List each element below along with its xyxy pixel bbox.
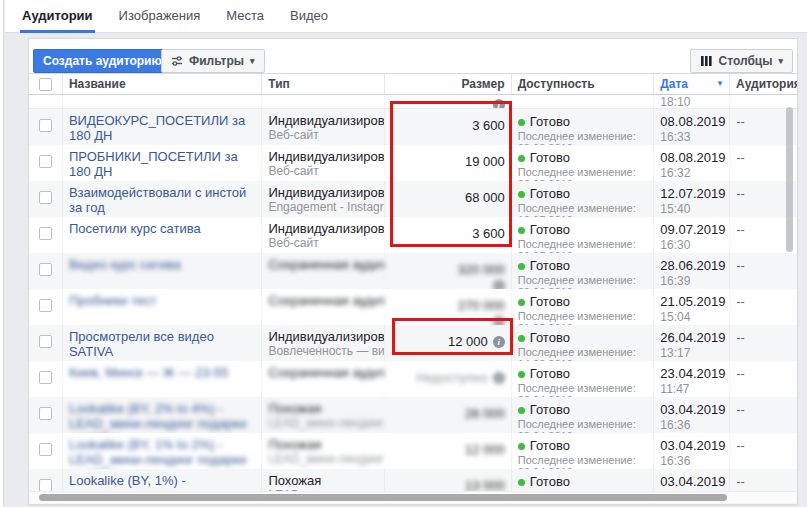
audience-type: Похожая xyxy=(268,401,378,416)
row-availability-cell: Готово Последнее изменение: 28.06.2019 xyxy=(512,253,655,289)
status-label: Готово xyxy=(530,294,570,310)
horizontal-scrollbar-thumb[interactable] xyxy=(39,494,727,501)
toolbar: Создать аудиторию ▾ Фильтры ▾ Столбцы ▾ xyxy=(29,39,797,73)
table-row: Киев, Минск — Ж — 23-55 Сохраненная ауди… xyxy=(29,361,797,397)
chevron-down-icon: ▾ xyxy=(250,56,255,66)
status-ready-icon xyxy=(518,191,525,198)
info-icon[interactable]: i xyxy=(493,280,505,289)
audience-name-link[interactable]: ВИДЕОКУРС_ПОСЕТИЛИ за 180 ДН xyxy=(69,113,255,143)
status-label: Готово xyxy=(530,330,570,346)
audience-column-value: -- xyxy=(736,257,791,274)
partial-row-checkbox-cell xyxy=(29,95,63,108)
row-checkbox[interactable] xyxy=(39,443,52,456)
table-row: Пробники тест Сохраненная аудитория 270 … xyxy=(29,289,797,325)
row-date-cell: 03.04.2019 16:36 xyxy=(654,433,730,469)
audience-name-link[interactable]: Посетили курс сатива xyxy=(69,221,201,236)
status-label: Готово xyxy=(530,114,570,130)
created-time: 15:40 xyxy=(660,202,723,216)
row-type-cell: Индивидуализированная ... Вовлеченность … xyxy=(262,325,385,361)
audience-name-link[interactable]: Киев, Минск — Ж — 23-55 xyxy=(69,365,228,380)
table-header: Название Тип Размер Доступность Дата ▼ А… xyxy=(29,73,797,95)
audience-name-link[interactable]: Просмотрели все видео SATIVA xyxy=(69,329,255,359)
row-size-cell: 320 000 i i xyxy=(385,253,512,289)
row-checkbox[interactable] xyxy=(39,335,52,348)
audience-name-link[interactable]: ПРОБНИКИ_ПОСЕТИЛИ за 180 ДН xyxy=(69,149,255,179)
row-name-cell: Просмотрели все видео SATIVA xyxy=(63,325,262,361)
header-availability[interactable]: Доступность xyxy=(512,74,655,94)
header-type[interactable]: Тип xyxy=(262,74,385,94)
created-date: 03.04.2019 xyxy=(660,401,723,418)
status-note: Последнее изменение: xyxy=(518,166,648,178)
row-availability-cell: Готово Последнее изменение: 08.08.2019 xyxy=(512,109,655,145)
sort-descending-icon: ▼ xyxy=(716,79,724,88)
row-checkbox[interactable] xyxy=(39,119,52,132)
created-time: 15:04 xyxy=(660,310,723,324)
row-checkbox[interactable] xyxy=(39,263,52,276)
audience-size: 320 000 xyxy=(458,262,505,277)
status-note: Последнее изменение: xyxy=(518,346,648,358)
filters-button[interactable]: Фильтры ▾ xyxy=(161,49,265,73)
tab-videos[interactable]: Видео xyxy=(288,0,330,33)
created-time: 11:47 xyxy=(660,382,723,396)
audience-subtype: LEAD_мини-лендинг пробни... xyxy=(268,416,378,430)
chevron-down-icon: ▾ xyxy=(778,56,783,66)
audience-type: Индивидуализированная ... xyxy=(268,329,378,344)
audience-type: Индивидуализированная ... xyxy=(268,185,378,200)
status-note: Последнее изменение: xyxy=(518,130,648,142)
create-audience-button[interactable]: Создать аудиторию ▾ xyxy=(33,49,182,73)
audience-name-link[interactable]: Пробники тест xyxy=(69,293,157,308)
created-date: 08.08.2019 xyxy=(660,113,723,130)
row-type-cell: Сохраненная аудитория xyxy=(262,289,385,325)
row-date-cell: 21.05.2019 15:04 xyxy=(654,289,730,325)
audience-column-value: -- xyxy=(736,473,791,490)
horizontal-scrollbar[interactable] xyxy=(30,491,796,503)
header-date[interactable]: Дата ▼ xyxy=(654,74,730,94)
audience-name-link[interactable]: Lookalike (BY, 1% to 2%) - LEAD_мини-лен… xyxy=(69,437,255,469)
audience-name-link[interactable]: Lookalike (BY, 2% to 4%) - LEAD_мини-лен… xyxy=(69,401,255,433)
audience-name-link[interactable]: Видео курс сатива xyxy=(69,257,181,272)
info-icon[interactable]: i xyxy=(493,99,505,108)
header-name[interactable]: Название xyxy=(63,74,262,94)
row-type-cell: Похожая LEAD_мини-лендинг пробни... xyxy=(262,433,385,469)
row-checkbox[interactable] xyxy=(39,371,52,384)
status-label: Готово xyxy=(530,258,570,274)
audience-name-link[interactable]: Взаимодействовали с инстой за год xyxy=(69,185,255,215)
tab-places[interactable]: Места xyxy=(224,0,266,33)
row-name-cell: Киев, Минск — Ж — 23-55 xyxy=(63,361,262,397)
table-row: Посетили курс сатива Индивидуализированн… xyxy=(29,217,797,253)
vertical-scrollbar-thumb[interactable] xyxy=(786,107,793,252)
row-checkbox[interactable] xyxy=(39,407,52,420)
left-panel-edge xyxy=(0,0,4,507)
row-date-cell: 03.04.2019 16:36 xyxy=(654,397,730,433)
row-size-cell: 12 000 i i xyxy=(385,325,512,361)
row-checkbox[interactable] xyxy=(39,191,52,204)
audience-type: Индивидуализированная ... xyxy=(268,113,378,128)
info-icon[interactable]: i xyxy=(493,316,505,325)
tab-images[interactable]: Изображения xyxy=(117,0,203,33)
status-label: Готово xyxy=(530,186,570,202)
header-size[interactable]: Размер xyxy=(385,74,512,94)
audience-type: Индивидуализированная ... xyxy=(268,221,378,236)
row-availability-cell: Готово Последнее изменение: 03.04.2019 xyxy=(512,433,655,469)
row-audience-cell: -- xyxy=(730,253,797,289)
audience-size: 68 000 xyxy=(465,190,505,205)
info-icon[interactable]: i xyxy=(493,336,505,348)
created-time: 16:36 xyxy=(660,418,723,432)
columns-button[interactable]: Столбцы ▾ xyxy=(690,49,793,73)
tab-audiences[interactable]: Аудитории xyxy=(20,0,95,33)
row-availability-cell: Готово Последнее изменение: 03.04.2019 xyxy=(512,397,655,433)
row-checkbox[interactable] xyxy=(39,227,52,240)
select-all-checkbox[interactable] xyxy=(39,78,52,91)
info-icon[interactable]: i xyxy=(493,372,505,384)
audience-size: 3 600 xyxy=(472,118,505,133)
header-audience[interactable]: Аудитория xyxy=(730,74,797,94)
status-label: Готово xyxy=(530,402,570,418)
status-ready-icon xyxy=(518,479,525,486)
row-availability-cell: Готово Последнее изменение: 14.08.2019 xyxy=(512,325,655,361)
partial-row-time: 18:10 xyxy=(654,95,730,108)
created-time: 16:39 xyxy=(660,274,723,288)
created-date: 08.08.2019 xyxy=(660,149,723,166)
row-checkbox[interactable] xyxy=(39,155,52,168)
row-checkbox[interactable] xyxy=(39,299,52,312)
row-name-cell: ПРОБНИКИ_ПОСЕТИЛИ за 180 ДН xyxy=(63,145,262,181)
